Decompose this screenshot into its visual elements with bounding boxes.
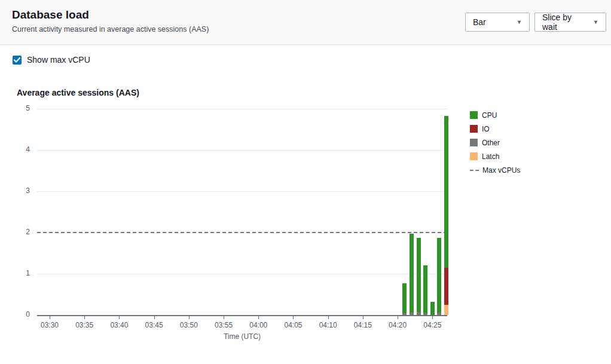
x-tick-mark — [119, 316, 120, 319]
x-tick-mark — [258, 316, 259, 319]
chart-title: Average active sessions (AAS) — [17, 88, 139, 97]
y-tick-label: 0 — [12, 310, 30, 319]
x-tick-label: 04:05 — [280, 321, 306, 329]
chart-bar-segment-cpu[interactable] — [444, 116, 448, 268]
chart-bar-segment-cpu[interactable] — [402, 283, 407, 313]
y-gridline — [37, 274, 447, 274]
x-tick-label: 03:40 — [106, 321, 132, 329]
x-tick-mark — [50, 316, 50, 319]
chart-type-dropdown-value: Bar — [473, 17, 486, 27]
chart-bar-segment-cpu[interactable] — [423, 265, 427, 313]
legend-item-cpu: CPU — [470, 111, 520, 120]
legend-color-swatch — [470, 152, 478, 160]
slice-by-dropdown[interactable]: Slice by wait ▼ — [534, 13, 606, 32]
legend-label: Other — [482, 139, 500, 147]
chart-bar-segment-other[interactable] — [417, 312, 421, 315]
legend-label: Max vCPUs — [482, 166, 520, 175]
x-tick-label: 03:45 — [141, 321, 167, 329]
x-tick-label: 04:10 — [315, 321, 341, 329]
chart-bar-segment-other[interactable] — [437, 313, 441, 315]
chart-type-dropdown[interactable]: Bar ▼ — [465, 13, 530, 32]
x-axis-line — [37, 315, 447, 316]
x-tick-mark — [398, 316, 398, 319]
x-tick-label: 03:35 — [71, 321, 97, 329]
show-max-vcpu-checkbox[interactable]: Show max vCPU — [13, 55, 90, 65]
database-load-panel: Database load Current activity measured … — [0, 0, 611, 364]
y-tick-label: 3 — [12, 186, 30, 195]
chevron-down-icon: ▼ — [517, 19, 522, 25]
chart-bar-segment-other[interactable] — [402, 313, 407, 315]
slice-by-dropdown-value: Slice by wait — [542, 13, 587, 32]
legend-item-other: Other — [470, 138, 520, 147]
x-tick-label: 04:00 — [245, 321, 271, 329]
legend-item-latch: Latch — [470, 152, 520, 161]
legend-item-io: IO — [470, 124, 520, 133]
legend-label: Latch — [482, 152, 499, 161]
x-tick-label: 03:30 — [36, 321, 63, 329]
x-tick-mark — [432, 316, 433, 319]
x-tick-label: 04:15 — [350, 321, 376, 329]
max-vcpus-line — [37, 232, 447, 233]
y-tick-label: 1 — [12, 269, 30, 277]
y-tick-label: 5 — [12, 104, 30, 112]
legend-item-max-vcpus: Max vCPUs — [470, 166, 520, 175]
legend-color-swatch — [470, 111, 478, 119]
checkbox-checked-icon[interactable] — [13, 56, 22, 65]
chart-bar-segment-cpu[interactable] — [430, 302, 435, 315]
chart-bar-segment-cpu[interactable] — [417, 238, 421, 312]
legend-label: CPU — [482, 111, 497, 120]
chart-bar-segment-cpu[interactable] — [437, 238, 441, 313]
x-tick-mark — [84, 316, 85, 319]
chart-bar-segment-cpu[interactable] — [410, 234, 414, 313]
chart-bar-segment-other[interactable] — [423, 313, 427, 315]
legend-color-swatch — [470, 125, 478, 133]
chart-bar-segment-latch[interactable] — [444, 305, 448, 315]
page-subtitle: Current activity measured in average act… — [12, 25, 209, 33]
show-max-vcpu-label: Show max vCPU — [27, 55, 90, 65]
x-tick-label: 03:50 — [176, 321, 202, 329]
check-icon — [14, 57, 20, 63]
y-gridline — [37, 109, 447, 109]
legend-label: IO — [482, 125, 490, 133]
y-tick-label: 4 — [12, 145, 30, 154]
x-tick-mark — [328, 316, 329, 319]
x-tick-mark — [293, 316, 294, 319]
x-tick-label: 03:55 — [210, 321, 237, 329]
chevron-down-icon: ▼ — [593, 19, 598, 25]
x-tick-label: 04:25 — [419, 321, 445, 329]
x-tick-label: 04:20 — [384, 321, 411, 329]
y-tick-label: 2 — [12, 228, 30, 236]
chart-legend: CPUIOOtherLatchMax vCPUs — [470, 111, 520, 179]
x-tick-mark — [363, 316, 363, 319]
panel-header: Database load Current activity measured … — [0, 0, 611, 45]
page-title: Database load — [12, 8, 89, 22]
x-tick-mark — [154, 316, 155, 319]
legend-color-swatch — [470, 139, 478, 146]
y-gridline — [37, 150, 447, 151]
x-axis-title: Time (UTC) — [206, 332, 278, 341]
header-controls: Bar ▼ Slice by wait ▼ — [465, 13, 606, 32]
y-gridline — [37, 191, 447, 192]
chart-bar-segment-other[interactable] — [410, 313, 414, 315]
x-tick-mark — [189, 316, 190, 319]
x-tick-mark — [224, 316, 224, 319]
chart-bar-segment-io[interactable] — [444, 268, 448, 304]
dashed-line-icon — [470, 170, 479, 171]
